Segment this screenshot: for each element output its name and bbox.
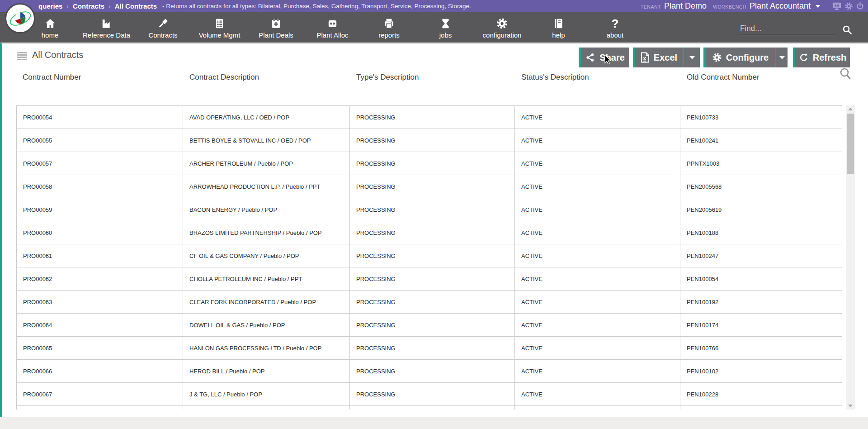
page-title: All Contracts xyxy=(32,50,83,60)
nav-item-plant-alloc[interactable]: Plant Alloc xyxy=(304,12,361,43)
scroll-down-arrow[interactable] xyxy=(846,402,855,410)
cell-statuss-description: ACTIVE xyxy=(515,337,680,359)
breadcrumb: queries › Contracts › All Contracts - Re… xyxy=(38,0,471,12)
find-input[interactable] xyxy=(738,23,835,35)
cell-old-contract-number: PPNTX1003 xyxy=(680,152,842,175)
cell-old-contract-number: PEN100247 xyxy=(680,244,842,267)
nav-item-configuration[interactable]: configuration xyxy=(474,12,530,43)
nav-item-label: about xyxy=(607,31,624,39)
breadcrumb-all-contracts[interactable]: All Contracts xyxy=(115,2,157,10)
breadcrumb-contracts[interactable]: Contracts xyxy=(73,2,104,10)
scrollbar-thumb[interactable] xyxy=(847,114,854,174)
table-row[interactable]: PRO00058 ARROWHEAD PRODUCTION L.P. / Pue… xyxy=(16,175,842,198)
cell-types-description: PROCESSING xyxy=(350,198,515,221)
cell-old-contract-number: PEN100241 xyxy=(680,129,842,152)
grid-search-icon[interactable] xyxy=(839,67,852,83)
printer-icon xyxy=(383,16,395,31)
gear-icon xyxy=(712,52,722,62)
cell-contract-description: HANLON GAS PROCESSING LTD / Pueblo / POP xyxy=(183,337,350,359)
table-row-partial[interactable] xyxy=(16,406,842,410)
column-header-types-description[interactable]: Type's Description xyxy=(350,69,515,86)
cell-statuss-description: ACTIVE xyxy=(515,360,680,382)
excel-file-icon xyxy=(641,52,650,63)
factory-icon xyxy=(100,16,113,31)
cell-old-contract-number: PEN100054 xyxy=(680,267,842,290)
nav-item-volume-mgmt[interactable]: Volume Mgmt xyxy=(191,12,248,43)
chevron-down-icon xyxy=(816,5,820,8)
table-row[interactable]: PRO00064 DOWELL OIL & GAS / Pueblo / POP… xyxy=(16,314,842,337)
table-row[interactable]: PRO00057 ARCHER PETROLEUM / Pueblo / POP… xyxy=(16,152,842,175)
table-row[interactable]: PRO00059 BACON ENERGY / Pueblo / POP PRO… xyxy=(16,198,842,221)
screen-share-icon[interactable] xyxy=(832,2,842,10)
caret-down-icon xyxy=(689,56,695,59)
cell-contract-number: PRO00066 xyxy=(16,360,183,382)
nav-item-help[interactable]: help xyxy=(530,12,587,43)
list-icon xyxy=(17,52,27,60)
cell-contract-description: BACON ENERGY / Pueblo / POP xyxy=(183,198,350,221)
nav-item-plant-deals[interactable]: Plant Deals xyxy=(248,12,304,43)
cell-statuss-description: ACTIVE xyxy=(515,244,680,267)
breadcrumb-separator-icon: › xyxy=(66,3,69,10)
cell-old-contract-number: PEN100733 xyxy=(680,106,842,129)
configure-button[interactable]: Configure xyxy=(703,48,775,67)
main-navbar: home Reference Data Contracts Volume Mgm… xyxy=(0,12,868,43)
excel-button[interactable]: Excel xyxy=(633,48,683,67)
scroll-up-arrow[interactable] xyxy=(846,105,855,113)
cell-types-description: PROCESSING xyxy=(350,152,515,175)
query-description: - Returns all contracts for all types: B… xyxy=(162,3,471,10)
gear-icon xyxy=(496,16,508,31)
gavel-icon xyxy=(157,16,169,31)
table-row[interactable]: PRO00054 AVAD OPERATING, LLC / OED / POP… xyxy=(16,106,842,129)
table-row[interactable]: PRO00065 HANLON GAS PROCESSING LTD / Pue… xyxy=(16,337,842,360)
table-body: PRO00054 AVAD OPERATING, LLC / OED / POP… xyxy=(16,106,842,406)
cell-contract-number: PRO00059 xyxy=(16,198,183,221)
column-header-contract-number[interactable]: Contract Number xyxy=(16,69,183,86)
nav-item-label: Contracts xyxy=(148,31,177,39)
breadcrumb-queries[interactable]: queries xyxy=(38,2,62,10)
cell-statuss-description: ACTIVE xyxy=(515,175,680,198)
excel-button-label: Excel xyxy=(654,52,677,63)
tenant-display: TENANT Plant Demo xyxy=(641,1,707,11)
contracts-table: PRO00054 AVAD OPERATING, LLC / OED / POP… xyxy=(16,105,842,410)
cell-contract-number: PRO00061 xyxy=(16,244,183,267)
cell-contract-description: BRAZOS LIMITED PARTNERSHIP / Pueblo / PO… xyxy=(183,221,350,244)
toolbar: Share Excel Configure Refresh xyxy=(579,48,850,67)
cell-old-contract-number: PEN100174 xyxy=(680,314,842,336)
refresh-button[interactable]: Refresh xyxy=(793,48,850,67)
cell-old-contract-number: PEN2005568 xyxy=(680,175,842,198)
vertical-scrollbar[interactable] xyxy=(846,105,855,410)
table-row[interactable]: PRO00067 J & TG, LLC / Pueblo / POP PROC… xyxy=(16,383,842,406)
configure-button-label: Configure xyxy=(726,52,769,63)
cell-old-contract-number: PEN100102 xyxy=(680,360,842,382)
nav-item-contracts[interactable]: Contracts xyxy=(135,12,191,43)
power-icon[interactable] xyxy=(856,2,864,10)
cell-statuss-description: ACTIVE xyxy=(515,221,680,244)
configure-dropdown-button[interactable] xyxy=(775,48,788,67)
share-button[interactable]: Share xyxy=(579,48,629,67)
table-row[interactable]: PRO00060 BRAZOS LIMITED PARTNERSHIP / Pu… xyxy=(16,221,842,244)
column-header-contract-description[interactable]: Contract Description xyxy=(183,69,350,86)
cell-old-contract-number: PEN100192 xyxy=(680,291,842,313)
nav-item-jobs[interactable]: jobs xyxy=(417,12,474,43)
cell-contract-number: PRO00057 xyxy=(16,152,183,175)
nav-item-about[interactable]: ? about xyxy=(587,12,643,43)
table-row[interactable]: PRO00063 CLEAR FORK INCORPORATED / Puebl… xyxy=(16,291,842,314)
cell-contract-description: HEROD BILL / Pueblo / POP xyxy=(183,360,350,382)
cell-types-description: PROCESSING xyxy=(350,383,515,405)
column-header-statuss-description[interactable]: Status's Description xyxy=(515,69,680,86)
workbench-selector[interactable]: WORKBENCH Plant Accountant xyxy=(713,1,820,11)
column-header-old-contract-number[interactable]: Old Contract Number xyxy=(680,69,842,86)
table-row[interactable]: PRO00066 HEROD BILL / Pueblo / POP PROCE… xyxy=(16,360,842,383)
app-logo[interactable] xyxy=(5,3,35,33)
excel-dropdown-button[interactable] xyxy=(683,48,700,67)
book-icon xyxy=(552,16,565,31)
table-row[interactable]: PRO00055 BETTIS BOYLE & STOVALL INC / OE… xyxy=(16,129,842,152)
gear-icon[interactable] xyxy=(844,2,853,10)
nav-item-reports[interactable]: reports xyxy=(361,12,417,43)
cell-types-description: PROCESSING xyxy=(350,221,515,244)
table-row[interactable]: PRO00061 CF OIL & GAS COMPANY / Pueblo /… xyxy=(16,244,842,267)
nav-item-reference-data[interactable]: Reference Data xyxy=(78,12,135,43)
cell-statuss-description: ACTIVE xyxy=(515,198,680,221)
search-icon[interactable] xyxy=(842,24,853,37)
table-row[interactable]: PRO00062 CHOLLA PETROLEUM INC / Pueblo /… xyxy=(16,267,842,291)
